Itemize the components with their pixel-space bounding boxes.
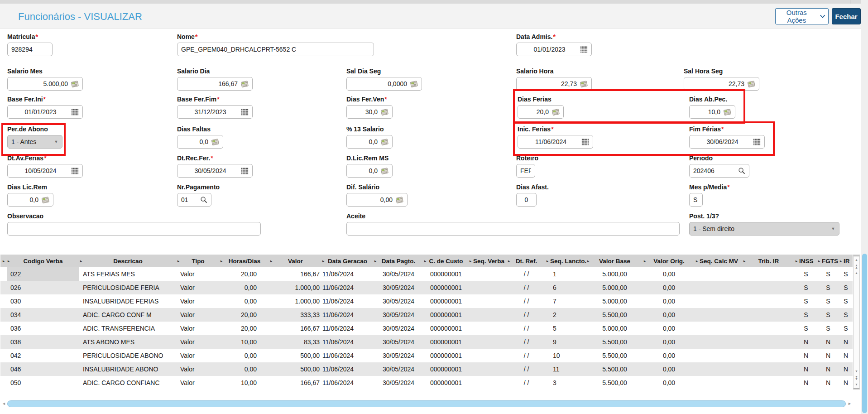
calculator-icon[interactable] xyxy=(381,168,388,174)
row-selector[interactable] xyxy=(0,294,7,308)
table-cell[interactable] xyxy=(695,335,743,349)
table-cell[interactable]: N xyxy=(795,376,817,390)
table-cell[interactable]: 11/06/2024 xyxy=(321,308,374,322)
per-de-abono-select[interactable]: 1 - Antes▼ xyxy=(7,135,62,149)
dias-faltas-input[interactable]: 0,0 xyxy=(177,135,223,149)
table-cell[interactable]: 0,00 xyxy=(643,294,695,308)
table-cell[interactable]: 20,00 xyxy=(220,322,269,335)
table-cell[interactable]: ADIC. CARGO CONFIANC xyxy=(79,376,177,390)
table-cell[interactable]: 0,00 xyxy=(643,362,695,376)
table-cell[interactable]: 30/05/2024 xyxy=(374,376,423,390)
table-cell[interactable]: ADIC. TRANSFERENCIA xyxy=(79,322,177,335)
table-cell[interactable]: 11/06/2024 xyxy=(321,281,374,294)
calendar-icon[interactable] xyxy=(241,109,249,116)
scroll-page-up-icon[interactable]: ▲▲ xyxy=(854,263,859,270)
aceite-input[interactable] xyxy=(346,222,680,236)
table-cell[interactable] xyxy=(469,362,507,376)
table-cell[interactable]: 11/06/2024 xyxy=(321,349,374,362)
scroll-to-bottom-icon[interactable]: ▼ xyxy=(854,381,859,389)
table-cell[interactable] xyxy=(743,349,795,362)
inic-ferias-input[interactable]: 11/06/2024 xyxy=(518,135,593,149)
table-cell[interactable]: 20,00 xyxy=(220,267,269,281)
table-cell[interactable]: Valor xyxy=(177,349,220,362)
sal-dia-seg-input[interactable]: 0,0000 xyxy=(346,77,422,91)
close-button[interactable]: Fechar xyxy=(832,8,861,24)
table-cell[interactable]: 034 xyxy=(7,308,79,322)
table-cell[interactable]: S xyxy=(817,322,839,335)
table-cell[interactable]: ADIC. CARGO CONF M xyxy=(79,308,177,322)
table-cell[interactable]: 038 xyxy=(7,335,79,349)
table-cell[interactable]: 5.500,00 xyxy=(586,376,643,390)
row-selector[interactable] xyxy=(0,267,7,281)
table-cell[interactable]: 11/06/2024 xyxy=(321,294,374,308)
sal-hora-seg-input[interactable]: 22,73 xyxy=(684,77,759,91)
column-header[interactable]: ▸Seq. Calc MV xyxy=(695,255,743,267)
table-cell[interactable]: 0,00 xyxy=(220,362,269,376)
table-cell[interactable]: / / xyxy=(507,335,546,349)
table-cell[interactable]: 0,00 xyxy=(220,281,269,294)
table-cell[interactable] xyxy=(695,349,743,362)
table-cell[interactable]: 166,67 xyxy=(269,376,321,390)
table-cell[interactable]: S xyxy=(795,281,817,294)
row-selector-header[interactable]: ▸ xyxy=(0,255,7,267)
table-cell[interactable]: 30/05/2024 xyxy=(374,308,423,322)
table-cell[interactable]: Valor xyxy=(177,362,220,376)
dt-rec-fer-input[interactable]: 30/05/2024 xyxy=(177,164,253,178)
table-cell[interactable] xyxy=(469,335,507,349)
table-cell[interactable]: / / xyxy=(507,322,546,335)
table-cell[interactable]: N xyxy=(817,362,839,376)
table-cell[interactable]: 5 xyxy=(546,322,586,335)
table-cell[interactable]: 046 xyxy=(7,362,79,376)
table-cell[interactable]: 0,00 xyxy=(220,294,269,308)
table-cell[interactable]: PERICULOSIDADE ABONO xyxy=(79,349,177,362)
calendar-icon[interactable] xyxy=(753,139,761,145)
dias-ab-pec-input[interactable]: 10,0 xyxy=(689,105,735,119)
table-cell[interactable]: 2 xyxy=(546,308,586,322)
table-cell[interactable] xyxy=(743,308,795,322)
column-header[interactable]: ▸Seq. Lancto. xyxy=(546,255,586,267)
row-selector[interactable] xyxy=(0,308,7,322)
column-header[interactable]: ▸INSS xyxy=(795,255,817,267)
scroll-track[interactable] xyxy=(854,276,859,368)
table-cell[interactable]: 5.500,00 xyxy=(586,308,643,322)
table-cell[interactable] xyxy=(469,349,507,362)
base-fer-fim-input[interactable]: 31/12/2023 xyxy=(177,105,253,119)
table-cell[interactable]: 30/05/2024 xyxy=(374,281,423,294)
dias-ferias-input[interactable]: 20,0 xyxy=(518,105,564,119)
table-cell[interactable]: 20,00 xyxy=(220,308,269,322)
table-cell[interactable]: PERICULOSIDADE FERIA xyxy=(79,281,177,294)
grid-horizontal-scrollbar[interactable] xyxy=(7,400,846,407)
table-row[interactable]: 042PERICULOSIDADE ABONOValor0,00500,0011… xyxy=(0,349,853,362)
calendar-icon[interactable] xyxy=(581,139,589,145)
dropdown-arrow-icon[interactable]: ▼ xyxy=(827,222,839,235)
table-cell[interactable]: 030 xyxy=(7,294,79,308)
table-cell[interactable]: 30/05/2024 xyxy=(374,322,423,335)
table-cell[interactable]: N xyxy=(795,362,817,376)
table-cell[interactable]: 333,33 xyxy=(269,308,321,322)
table-cell[interactable]: 30/05/2024 xyxy=(374,294,423,308)
table-cell[interactable]: 0,00 xyxy=(643,267,695,281)
table-cell[interactable]: 000000001 xyxy=(423,376,469,390)
column-header[interactable]: ▸Trib. IR xyxy=(743,255,795,267)
table-cell[interactable]: 5.000,00 xyxy=(586,322,643,335)
table-cell[interactable]: S xyxy=(839,294,853,308)
table-cell[interactable]: 5.500,00 xyxy=(586,362,643,376)
table-cell[interactable] xyxy=(469,376,507,390)
table-cell[interactable]: 1.000,00 xyxy=(269,294,321,308)
table-cell[interactable]: / / xyxy=(507,281,546,294)
table-cell[interactable]: 5.000,00 xyxy=(586,267,643,281)
table-cell[interactable]: N xyxy=(839,362,853,376)
table-cell[interactable]: Valor xyxy=(177,267,220,281)
table-cell[interactable]: N xyxy=(817,335,839,349)
calculator-icon[interactable] xyxy=(748,81,755,87)
table-row[interactable]: 022ATS FERIAS MESValor20,00166,6711/06/2… xyxy=(0,267,853,281)
column-header[interactable]: ▸Data Geracao xyxy=(321,255,374,267)
calculator-icon[interactable] xyxy=(42,197,49,203)
column-header[interactable]: ▸Descricao xyxy=(79,255,177,267)
d-lic-rem-ms-input[interactable]: 0,0 xyxy=(346,164,393,178)
page-scrollbar-thumb[interactable] xyxy=(862,254,867,413)
table-cell[interactable]: Valor xyxy=(177,281,220,294)
table-cell[interactable]: S xyxy=(817,267,839,281)
table-cell[interactable] xyxy=(743,335,795,349)
table-cell[interactable]: S xyxy=(817,281,839,294)
